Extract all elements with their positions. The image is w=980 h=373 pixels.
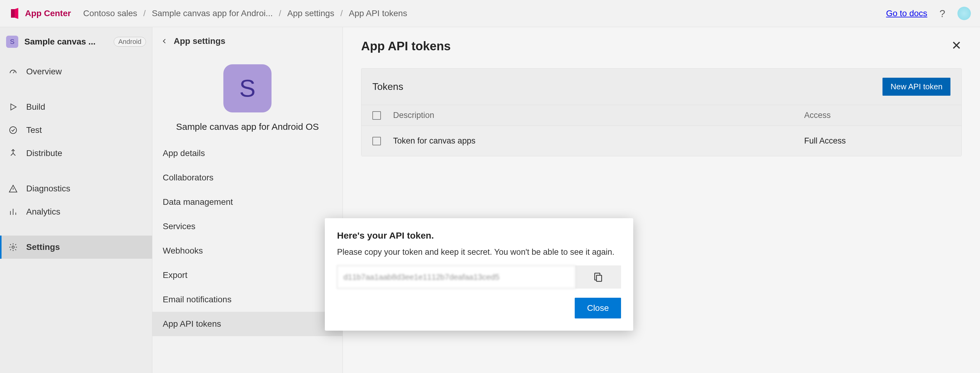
breadcrumb-sep: /	[143, 8, 146, 18]
column-header-description: Description	[393, 111, 804, 120]
modal-subtitle: Please copy your token and keep it secre…	[337, 247, 621, 257]
nav-item-label: Analytics	[26, 207, 60, 217]
settings-sidebar: App settings S Sample canvas app for And…	[152, 27, 343, 373]
check-circle-icon	[8, 126, 18, 135]
main-header: App API tokens ✕	[361, 39, 962, 53]
app-card-title: Sample canvas app for Android OS	[159, 121, 336, 132]
app-name: Sample canvas ...	[24, 37, 108, 46]
platform-badge: Android	[114, 37, 146, 46]
app-card: S Sample canvas app for Android OS	[152, 52, 342, 141]
select-all-checkbox[interactable]	[372, 111, 381, 120]
breadcrumb-sep: /	[279, 8, 281, 18]
row-description: Token for canvas apps	[393, 131, 804, 151]
settings-item-app-details[interactable]: App details	[152, 141, 342, 166]
brand-logo-icon	[9, 7, 21, 19]
settings-item-export[interactable]: Export	[152, 263, 342, 287]
svg-point-1	[12, 246, 14, 249]
docs-link[interactable]: Go to docs	[886, 8, 927, 18]
token-row	[337, 265, 621, 289]
breadcrumb: Contoso sales / Sample canvas app for An…	[83, 8, 407, 18]
tokens-card-title: Tokens	[372, 81, 403, 92]
settings-item-api-tokens[interactable]: App API tokens	[152, 312, 342, 336]
tokens-card: Tokens New API token Description Access …	[361, 68, 962, 156]
nav-item-label: Build	[26, 102, 45, 112]
nav-item-test[interactable]: Test	[0, 118, 152, 142]
nav-item-label: Diagnostics	[26, 184, 70, 193]
nav-item-distribute[interactable]: Distribute	[0, 142, 152, 165]
modal-actions: Close	[337, 298, 621, 319]
new-api-token-button[interactable]: New API token	[883, 78, 950, 96]
brand[interactable]: App Center	[9, 7, 71, 19]
app-switcher[interactable]: S Sample canvas ... Android	[0, 30, 152, 60]
nav-item-label: Overview	[26, 67, 62, 77]
close-button[interactable]: Close	[575, 298, 621, 319]
copy-icon	[593, 272, 603, 282]
topbar: App Center Contoso sales / Sample canvas…	[0, 0, 980, 27]
svg-rect-2	[597, 275, 601, 281]
svg-point-0	[10, 127, 17, 134]
app-icon-large: S	[223, 64, 272, 112]
modal-title: Here's your API token.	[337, 230, 621, 241]
brand-label: App Center	[25, 8, 71, 18]
token-value-input[interactable]	[337, 265, 575, 289]
close-icon[interactable]: ✕	[951, 39, 962, 51]
nav-item-overview[interactable]: Overview	[0, 60, 152, 83]
chevron-left-icon	[162, 38, 168, 44]
bar-chart-icon	[8, 207, 18, 216]
nav-item-analytics[interactable]: Analytics	[0, 200, 152, 223]
topbar-left: App Center Contoso sales / Sample canvas…	[9, 7, 407, 19]
warning-icon	[8, 184, 18, 193]
table-row[interactable]: Token for canvas apps Full Access	[361, 126, 961, 156]
breadcrumb-sep: /	[340, 8, 343, 18]
breadcrumb-item[interactable]: Contoso sales	[83, 8, 137, 18]
settings-item-webhooks[interactable]: Webhooks	[152, 239, 342, 263]
api-token-modal: Here's your API token. Please copy your …	[325, 218, 633, 331]
primary-sidebar: S Sample canvas ... Android Overview Bui…	[0, 27, 152, 373]
settings-item-collaborators[interactable]: Collaborators	[152, 166, 342, 190]
settings-back-label: App settings	[174, 36, 226, 46]
tokens-table: Description Access Token for canvas apps…	[361, 105, 961, 156]
settings-item-data-management[interactable]: Data management	[152, 190, 342, 214]
row-access: Full Access	[804, 131, 950, 151]
nav-item-label: Distribute	[26, 148, 62, 158]
speedometer-icon	[8, 67, 18, 76]
topbar-right: Go to docs ?	[886, 7, 971, 20]
distribute-icon	[8, 149, 18, 158]
breadcrumb-item[interactable]: Sample canvas app for Androi...	[152, 8, 273, 18]
settings-item-email-notifications[interactable]: Email notifications	[152, 287, 342, 312]
play-icon	[8, 102, 18, 112]
page-title: App API tokens	[361, 39, 451, 53]
tokens-table-header: Description Access	[361, 105, 961, 126]
nav-item-build[interactable]: Build	[0, 96, 152, 118]
settings-item-services[interactable]: Services	[152, 214, 342, 239]
nav-item-diagnostics[interactable]: Diagnostics	[0, 177, 152, 200]
breadcrumb-item[interactable]: App settings	[287, 8, 334, 18]
column-header-access: Access	[804, 111, 950, 120]
nav-item-settings[interactable]: Settings	[0, 236, 152, 259]
settings-back[interactable]: App settings	[152, 27, 342, 52]
app-icon-small: S	[6, 36, 18, 48]
help-icon[interactable]: ?	[939, 8, 945, 19]
breadcrumb-item[interactable]: App API tokens	[349, 8, 407, 18]
copy-button[interactable]	[575, 265, 621, 289]
row-checkbox[interactable]	[372, 137, 381, 145]
gear-icon	[8, 242, 18, 252]
nav-item-label: Settings	[26, 242, 60, 252]
user-avatar[interactable]	[958, 7, 971, 20]
nav-item-label: Test	[26, 125, 42, 135]
tokens-card-header: Tokens New API token	[361, 69, 961, 105]
